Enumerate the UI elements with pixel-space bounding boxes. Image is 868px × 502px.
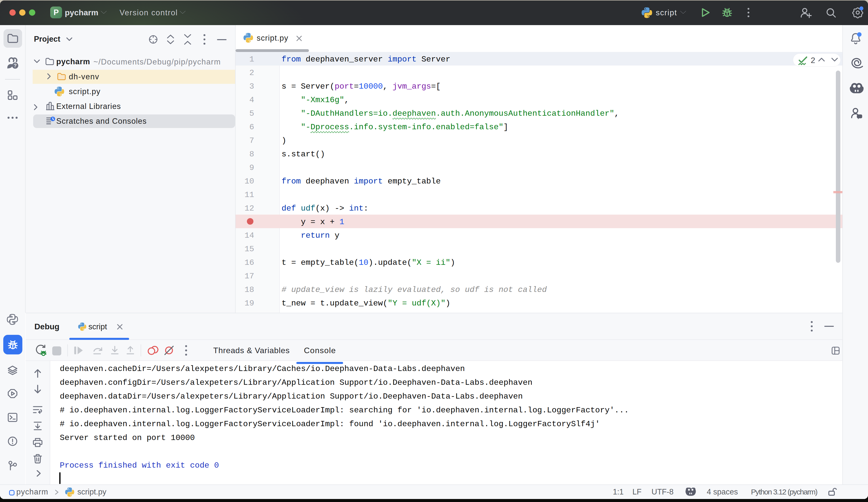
svg-text:?: ? bbox=[13, 63, 17, 68]
